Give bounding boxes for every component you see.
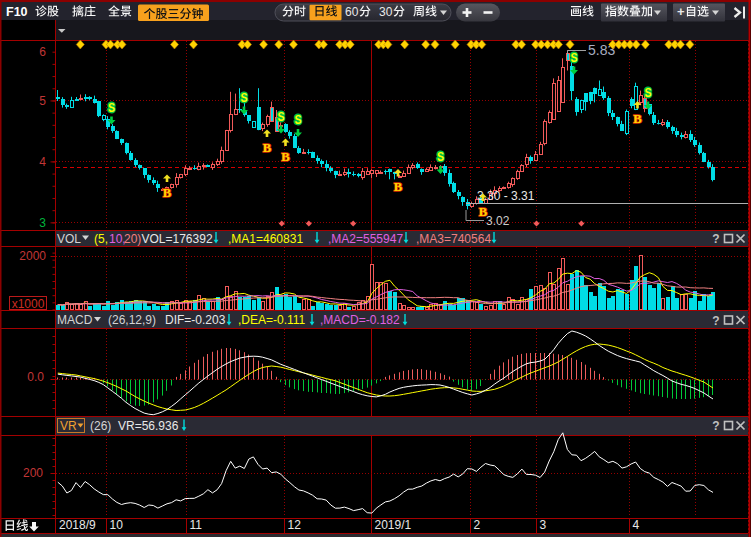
svg-text:12: 12 <box>288 518 302 532</box>
svg-text:2000: 2000 <box>19 249 46 263</box>
svg-text:VR: VR <box>60 419 77 433</box>
svg-text:S: S <box>437 149 444 164</box>
svg-text:3.30 - 3.31: 3.30 - 3.31 <box>477 189 535 203</box>
svg-text:MACD: MACD <box>57 313 93 327</box>
svg-text:0.0: 0.0 <box>27 370 44 384</box>
svg-text:B: B <box>281 149 290 164</box>
svg-text:6: 6 <box>39 45 46 59</box>
svg-text:2018/9: 2018/9 <box>59 518 96 532</box>
svg-text:VOL=176392: VOL=176392 <box>142 232 213 246</box>
svg-text:S: S <box>108 100 115 115</box>
svg-text:?: ? <box>712 419 719 433</box>
svg-text:B: B <box>163 185 172 200</box>
svg-text:11: 11 <box>190 518 203 532</box>
svg-text:,MA1=460831: ,MA1=460831 <box>228 232 303 246</box>
svg-text:10: 10 <box>110 518 124 532</box>
svg-text:2019/1: 2019/1 <box>375 518 412 532</box>
svg-text:S: S <box>571 50 578 65</box>
svg-text:,MA2=555947: ,MA2=555947 <box>328 232 403 246</box>
svg-text:VR=56.936: VR=56.936 <box>118 419 179 433</box>
svg-text:x1000: x1000 <box>12 297 45 311</box>
svg-text:,DEA=-0.111: ,DEA=-0.111 <box>238 313 306 327</box>
svg-text:S: S <box>278 109 285 124</box>
svg-text:?: ? <box>712 314 719 328</box>
svg-text:2: 2 <box>474 518 481 532</box>
svg-text:(5,: (5, <box>94 232 108 246</box>
svg-text:DIF=-0.203: DIF=-0.203 <box>165 313 226 327</box>
svg-text:3: 3 <box>540 518 547 532</box>
svg-text:,MA3=740564: ,MA3=740564 <box>416 232 491 246</box>
svg-text:30: 30 <box>379 5 393 19</box>
svg-text:3: 3 <box>39 216 46 230</box>
svg-text:S: S <box>295 112 302 127</box>
svg-text:B: B <box>479 204 488 219</box>
svg-text:20): 20) <box>124 232 141 246</box>
svg-text:4: 4 <box>39 155 46 169</box>
svg-text:(26): (26) <box>90 419 111 433</box>
svg-text:B: B <box>263 140 272 155</box>
svg-text:(26,12,9): (26,12,9) <box>108 313 156 327</box>
svg-text:F10: F10 <box>6 5 28 19</box>
svg-text:VOL: VOL <box>57 232 81 246</box>
svg-text:S: S <box>645 85 652 100</box>
svg-text:B: B <box>633 111 642 126</box>
svg-text:5: 5 <box>39 94 46 108</box>
svg-text:?: ? <box>712 232 719 246</box>
svg-text:3.02: 3.02 <box>486 214 510 228</box>
svg-text:60: 60 <box>345 5 359 19</box>
svg-text:200: 200 <box>23 466 43 480</box>
svg-text:S: S <box>241 90 248 105</box>
svg-text:B: B <box>394 179 403 194</box>
svg-text:,MACD=-0.182: ,MACD=-0.182 <box>320 313 400 327</box>
svg-text:+: + <box>677 4 685 19</box>
svg-text:4: 4 <box>633 518 640 532</box>
